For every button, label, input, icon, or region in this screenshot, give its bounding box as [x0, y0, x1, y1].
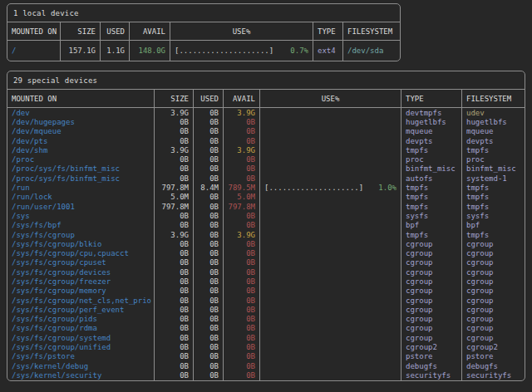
used-value: 0B	[194, 211, 224, 220]
filesystem-name: proc	[462, 154, 525, 164]
mount-point: /dev/mqueue	[7, 127, 155, 136]
use-percent-cell	[260, 267, 401, 277]
used-value: 0B	[194, 174, 224, 183]
mount-point: /sys/fs/cgroup/net_cls,net_prio	[7, 296, 155, 305]
size-value: 0B	[155, 221, 194, 230]
avail-value: 0B	[224, 305, 260, 314]
use-percent-cell	[260, 239, 401, 248]
table-row: /sys 0B 0B 0B sysfs sysfs	[7, 211, 525, 220]
size-value: 0B	[155, 258, 194, 267]
fs-type: binfmt_misc	[401, 164, 462, 174]
used-value: 0B	[194, 145, 224, 154]
use-percent-cell: [....................] 0.7%	[170, 41, 313, 61]
avail-value: 0B	[224, 324, 260, 333]
used-value: 0B	[194, 296, 224, 305]
used-value: 0B	[194, 230, 224, 239]
table-row: /sys/fs/cgroup/blkio 0B 0B 0B cgroup cgr…	[7, 239, 525, 248]
mount-point: /run/lock	[7, 193, 155, 202]
size-value: 0B	[155, 117, 194, 126]
filesystem-name: tmpfs	[462, 193, 525, 202]
used-value: 0B	[194, 193, 224, 202]
avail-value: 0B	[224, 315, 260, 324]
used-value: 0B	[194, 324, 224, 333]
table-row: /sys/fs/cgroup/freezer 0B 0B 0B cgroup c…	[7, 277, 525, 286]
used-value: 0B	[194, 108, 224, 117]
fs-type: pstore	[401, 352, 462, 361]
size-value: 0B	[155, 333, 194, 342]
table-row: /sys/fs/cgroup/rdma 0B 0B 0B cgroup cgro…	[7, 324, 525, 333]
use-percent-cell	[260, 296, 401, 305]
table-body: /dev 3.9G 0B 3.9G devtmpfs udev /dev/hug…	[7, 108, 525, 380]
used-value: 0B	[194, 361, 224, 370]
fs-type: cgroup	[401, 315, 462, 324]
fs-type: cgroup	[401, 267, 462, 277]
table-row: /dev/hugepages 0B 0B 0B hugetlbfs hugetl…	[7, 117, 525, 126]
mount-point: /sys/fs/cgroup/unified	[7, 342, 155, 351]
fs-type: tmpfs	[401, 145, 462, 154]
fs-type: ext4	[313, 41, 343, 61]
mount-point: /sys/fs/cgroup/cpuset	[7, 258, 155, 267]
fs-type: cgroup	[401, 305, 462, 314]
size-value: 0B	[155, 342, 194, 351]
fs-type: cgroup	[401, 248, 462, 257]
filesystem-name: bpf	[462, 221, 525, 230]
table-row: /sys/kernel/security 0B 0B 0B securityfs…	[7, 370, 525, 380]
size-value: 0B	[155, 127, 194, 136]
avail-value: 0B	[224, 248, 260, 257]
size-value: 0B	[155, 164, 194, 174]
use-percent-cell	[260, 127, 401, 136]
used-value: 0B	[194, 154, 224, 164]
avail-value: 0B	[224, 361, 260, 370]
usage-percent-label: 1.0%	[378, 184, 397, 192]
header-avail: AVAIL	[224, 90, 260, 107]
filesystem-name: sysfs	[462, 211, 525, 220]
avail-value: 0B	[224, 342, 260, 351]
fs-type: bpf	[401, 221, 462, 230]
filesystem-name: cgroup2	[462, 342, 525, 351]
filesystem-name: cgroup	[462, 296, 525, 305]
filesystem-name: cgroup	[462, 315, 525, 324]
size-value: 3.9G	[155, 145, 194, 154]
mount-point: /dev	[7, 108, 155, 117]
filesystem-name: tmpfs	[462, 145, 525, 154]
header-type: TYPE	[401, 90, 462, 107]
filesystem-name: cgroup	[462, 277, 525, 286]
table-row: /sys/fs/cgroup 3.9G 0B 3.9G tmpfs tmpfs	[7, 230, 525, 239]
mount-point: /sys/fs/cgroup/memory	[7, 287, 155, 296]
used-value: 0B	[194, 258, 224, 267]
table-row: /run/user/1001 797.8M 0B 797.8M tmpfs tm…	[7, 202, 525, 211]
usage-percent-label: 0.7%	[290, 47, 308, 55]
fs-type: cgroup	[401, 258, 462, 267]
table-row: /run 797.8M 8.4M 789.5M [...............…	[7, 183, 525, 192]
filesystem-name: cgroup	[462, 267, 525, 277]
fs-type: cgroup	[401, 296, 462, 305]
mount-point: /	[7, 41, 61, 61]
mount-point: /sys/fs/bpf	[7, 221, 155, 230]
mount-point: /sys/fs/cgroup/cpu,cpuacct	[7, 248, 155, 257]
table-row: /sys/fs/cgroup/cpu,cpuacct 0B 0B 0B cgro…	[7, 248, 525, 257]
avail-value: 0B	[224, 154, 260, 164]
fs-type: cgroup	[401, 333, 462, 342]
filesystem-name: /dev/sda	[343, 41, 400, 61]
fs-type: cgroup	[401, 324, 462, 333]
use-percent-cell	[260, 164, 401, 174]
avail-value: 0B	[224, 277, 260, 286]
fs-type: sysfs	[401, 211, 462, 220]
table-row: /sys/fs/cgroup/unified 0B 0B 0B cgroup2 …	[7, 342, 525, 351]
use-percent-cell	[260, 324, 401, 333]
filesystem-name: tmpfs	[462, 230, 525, 239]
mount-point: /sys/fs/cgroup	[7, 230, 155, 239]
use-percent-cell	[260, 361, 401, 370]
used-value: 1.1G	[101, 41, 130, 61]
filesystem-name: cgroup	[462, 333, 525, 342]
filesystem-name: binfmt_misc	[462, 164, 525, 174]
use-percent-cell	[260, 333, 401, 342]
mount-point: /run	[7, 183, 155, 192]
use-percent-cell	[260, 315, 401, 324]
fs-type: devtmpfs	[401, 108, 462, 117]
used-value: 0B	[194, 221, 224, 230]
used-value: 0B	[194, 202, 224, 211]
table-row: /sys/fs/cgroup/systemd 0B 0B 0B cgroup c…	[7, 333, 525, 342]
use-percent-cell	[260, 370, 401, 380]
used-value: 0B	[194, 305, 224, 314]
